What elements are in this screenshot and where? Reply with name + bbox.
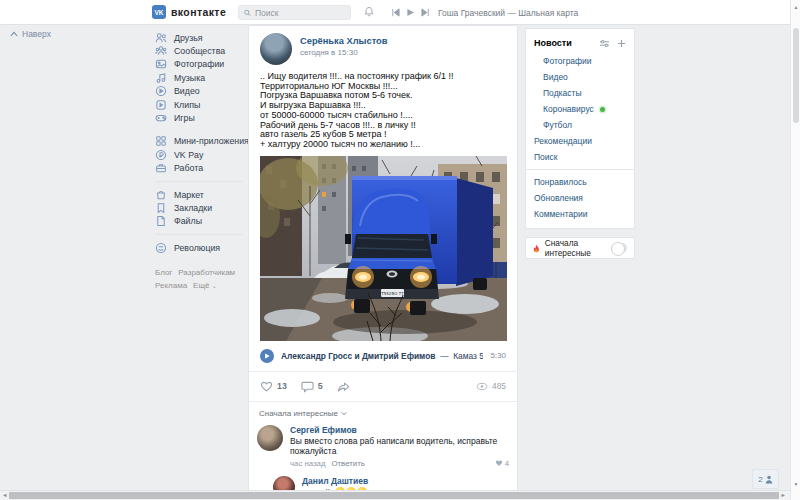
comment-button[interactable]: 5 <box>301 380 323 393</box>
audio-duration: 5:30 <box>490 351 506 360</box>
sidebar-item-video[interactable]: Видео <box>155 85 251 98</box>
filter-sliders-icon[interactable] <box>599 39 610 48</box>
vertical-scroll-thumb[interactable] <box>793 28 799 123</box>
interesting-first-toggle[interactable] <box>611 243 627 253</box>
notifications-bell-icon[interactable] <box>363 6 375 18</box>
horizontal-scroll-thumb[interactable] <box>9 492 779 499</box>
vk-logo[interactable]: VK <box>152 5 166 19</box>
footer-link-more[interactable]: Ещё ⌄ <box>193 281 217 290</box>
svg-text:Т552ВО 77: Т552ВО 77 <box>380 291 404 296</box>
sidebar-item-music[interactable]: Музыка <box>155 71 251 84</box>
sidebar-item-games[interactable]: Игры <box>155 111 251 124</box>
commenter-avatar[interactable] <box>257 425 283 451</box>
post-actions: 13 5 485 <box>249 371 517 401</box>
scroll-down-arrow[interactable]: ▼ <box>791 481 800 487</box>
comment-time: час назад <box>290 459 325 468</box>
heart-icon <box>260 380 273 393</box>
sidebar-item-jobs[interactable]: Работа <box>155 162 251 175</box>
scroll-right-arrow[interactable]: ► <box>781 492 786 498</box>
footer-link-ads[interactable]: Реклама <box>155 281 187 290</box>
sidebar-item-miniapps[interactable]: Мини-приложения <box>155 135 251 148</box>
footer-link-blog[interactable]: Блог <box>155 268 172 277</box>
back-to-top-link[interactable]: Наверх <box>10 29 51 39</box>
post-author-avatar[interactable] <box>260 33 292 65</box>
comment-text: Вы вместо слова раб написали водитель, и… <box>290 436 509 456</box>
player-play-icon[interactable] <box>406 8 415 17</box>
gamepad-icon <box>155 242 167 254</box>
audio-play-icon[interactable] <box>260 349 274 363</box>
communities-icon <box>155 45 167 57</box>
share-arrow-icon <box>337 380 350 393</box>
file-icon <box>155 215 167 227</box>
news-item-coronavirus[interactable]: Коронавирус <box>526 101 634 117</box>
heart-icon <box>495 459 503 467</box>
commenter-name[interactable]: Сергей Ефимов <box>290 425 509 435</box>
vk-wordmark[interactable]: вконтакте <box>171 6 226 18</box>
news-menu-title[interactable]: Новости <box>534 38 572 48</box>
sidebar-footer: БлогРазработчикам РекламаЕщё ⌄ <box>155 266 251 293</box>
top-bar: VK вконтакте Гоша Грачевский — Шальная к… <box>0 0 800 25</box>
comment-icon <box>301 380 314 393</box>
online-friends-widget[interactable]: 2 <box>752 469 779 489</box>
search-input[interactable] <box>255 8 345 18</box>
comment-reply-link[interactable]: Ответить <box>331 459 364 468</box>
comments-sort-dropdown[interactable]: Сначала интересные <box>259 409 509 418</box>
post-card: Серёнька Хлыстов сегодня в 15:30 .. Ищу … <box>248 25 518 500</box>
post-author-name[interactable]: Серёнька Хлыстов <box>300 33 388 46</box>
friends-icon <box>155 32 167 44</box>
sidebar-item-bookmarks[interactable]: Закладки <box>155 201 251 214</box>
news-menu-card: Новости Фотографии Видео Подкасты Корона… <box>525 28 635 229</box>
audio-attachment[interactable]: Александр Гросс и Дмитрий Ефимов — Камаз… <box>249 341 517 371</box>
share-button[interactable] <box>337 380 350 393</box>
post-date[interactable]: сегодня в 15:30 <box>300 48 388 57</box>
sidebar-item-clips[interactable]: Клипы <box>155 98 251 111</box>
vertical-scrollbar[interactable]: ▲ ▼ <box>790 0 800 500</box>
commenter-name[interactable]: Данил Даштиев <box>302 476 509 486</box>
post-views: 485 <box>476 381 506 391</box>
post-header: Серёнька Хлыстов сегодня в 15:30 <box>249 26 517 69</box>
scroll-up-arrow[interactable]: ▲ <box>791 4 800 10</box>
plus-icon[interactable] <box>617 39 626 48</box>
news-item-photos[interactable]: Фотографии <box>526 53 634 69</box>
horizontal-scrollbar[interactable]: ◄ ► <box>0 490 790 500</box>
player-next-icon[interactable] <box>421 8 430 17</box>
scroll-left-arrow[interactable]: ◄ <box>2 492 7 498</box>
news-item-podcasts[interactable]: Подкасты <box>526 85 634 101</box>
briefcase-icon <box>155 162 167 174</box>
footer-link-developers[interactable]: Разработчикам <box>178 268 235 277</box>
music-icon <box>155 72 167 84</box>
sidebar-item-friends[interactable]: Друзья <box>155 31 251 44</box>
menu-item-liked[interactable]: Понравилось <box>526 174 634 190</box>
audio-title: Александр Гросс и Дмитрий Ефимов — Камаз… <box>281 351 483 361</box>
menu-item-search[interactable]: Поиск <box>526 149 634 165</box>
left-sidebar: Друзья Сообщества Фотографии Музыка Виде… <box>155 31 251 293</box>
menu-item-updates[interactable]: Обновления <box>526 190 634 206</box>
right-sidebar: Новости Фотографии Видео Подкасты Корона… <box>525 28 635 259</box>
like-button[interactable]: 13 <box>260 380 287 393</box>
chevron-down-icon <box>341 411 347 416</box>
menu-item-recommendations[interactable]: Рекомендации <box>526 133 634 149</box>
vkpay-icon <box>155 149 167 161</box>
interesting-first-label: Сначала интересные <box>545 238 606 258</box>
chevron-up-icon <box>10 31 18 37</box>
vk-page: VK вконтакте Гоша Грачевский — Шальная к… <box>0 0 800 500</box>
news-item-football[interactable]: Футбол <box>526 117 634 133</box>
miniapps-icon <box>155 135 167 147</box>
sidebar-item-revolution-app[interactable]: Революция <box>155 241 251 254</box>
fire-icon <box>533 243 540 254</box>
sidebar-item-communities[interactable]: Сообщества <box>155 44 251 57</box>
comment-like-count[interactable]: 4 <box>495 459 509 468</box>
player-prev-icon[interactable] <box>391 8 400 17</box>
sidebar-item-photos[interactable]: Фотографии <box>155 58 251 71</box>
green-status-dot <box>600 107 605 112</box>
news-item-video[interactable]: Видео <box>526 69 634 85</box>
player-track-title[interactable]: Гоша Грачевский — Шальная карта <box>438 8 578 18</box>
sidebar-item-files[interactable]: Файлы <box>155 215 251 228</box>
post-photo-truck[interactable]: Т552ВО 77 <box>260 156 507 341</box>
search-box[interactable] <box>238 5 351 20</box>
photos-icon <box>155 58 167 70</box>
sidebar-item-market[interactable]: Маркет <box>155 188 251 201</box>
sidebar-item-vkpay[interactable]: VK Pay <box>155 148 251 161</box>
menu-item-comments[interactable]: Комментарии <box>526 206 634 222</box>
interesting-first-card: Сначала интересные <box>525 237 635 259</box>
